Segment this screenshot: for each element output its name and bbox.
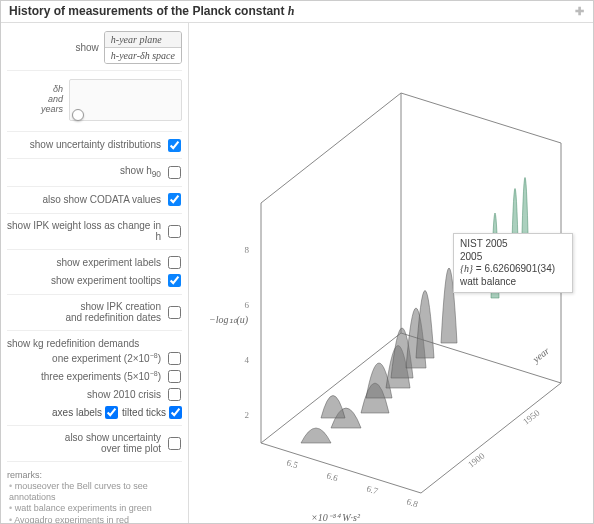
expand-icon[interactable]: ✚ bbox=[573, 5, 585, 17]
row-ipk-weightloss: show IPK weight loss as change in h bbox=[7, 218, 182, 245]
lbl-codata: also show CODATA values bbox=[7, 194, 161, 206]
remark-item: mouseover the Bell curves to see annotat… bbox=[9, 481, 182, 504]
dh-years-label: δhandyears bbox=[7, 85, 63, 115]
app-window: History of measurements of the Planck co… bbox=[0, 0, 594, 524]
row-exp-tooltips: show experiment tooltips bbox=[7, 272, 182, 290]
lbl-ipk-dates: show IPK creation and redefinition dates bbox=[7, 301, 161, 324]
lbl-axes-labels: axes labels bbox=[52, 407, 102, 418]
svg-text:4: 4 bbox=[245, 355, 250, 365]
x-axis-label: ×10⁻³⁴ W·s² bbox=[311, 512, 361, 523]
chk-codata[interactable] bbox=[168, 193, 181, 206]
seg-h-year-dh-space[interactable]: h-year-δh space bbox=[105, 48, 181, 63]
controls-panel: show h-year plane h-year-δh space δhandy… bbox=[1, 23, 189, 523]
svg-text:6.7: 6.7 bbox=[365, 483, 379, 496]
svg-text:6: 6 bbox=[245, 300, 250, 310]
lbl-three-exp: three experiments (5×10−8) bbox=[7, 370, 161, 383]
chk-exp-tooltips[interactable] bbox=[168, 274, 181, 287]
dh-years-slider[interactable] bbox=[69, 79, 182, 121]
row-ipk-dates: show IPK creation and redefinition dates bbox=[7, 299, 182, 326]
peaks-gray bbox=[301, 268, 457, 443]
titlebar: History of measurements of the Planck co… bbox=[1, 1, 593, 23]
remarks: remarks: mouseover the Bell curves to se… bbox=[7, 466, 182, 523]
lbl-tilted-ticks: tilted ticks bbox=[122, 407, 166, 418]
z-axis-label: −log₁₀(u) bbox=[209, 314, 249, 326]
svg-text:2: 2 bbox=[245, 410, 250, 420]
chk-three-exp[interactable] bbox=[168, 370, 181, 383]
chk-2010-crisis[interactable] bbox=[168, 388, 181, 401]
row-uncertainty-dist: show uncertainty distributions bbox=[7, 136, 182, 154]
chk-exp-labels[interactable] bbox=[168, 256, 181, 269]
slider-thumb-icon[interactable] bbox=[72, 109, 84, 121]
content: show h-year plane h-year-δh space δhandy… bbox=[1, 23, 593, 523]
svg-text:6.8: 6.8 bbox=[405, 496, 419, 509]
chk-one-exp[interactable] bbox=[168, 352, 181, 365]
y-axis-label: year bbox=[530, 345, 552, 365]
show-segmented[interactable]: h-year plane h-year-δh space bbox=[104, 31, 182, 64]
lbl-uncert-timeplot: also show uncertainty over time plot bbox=[7, 432, 161, 455]
lbl-exp-tooltips: show experiment tooltips bbox=[7, 275, 161, 287]
seg-h-year-plane[interactable]: h-year plane bbox=[105, 32, 181, 48]
row-2010-crisis: show 2010 crisis bbox=[7, 386, 182, 404]
lbl-ipk-weightloss: show IPK weight loss as change in h bbox=[7, 220, 161, 243]
tooltip-line1: NIST 2005 bbox=[460, 238, 566, 251]
tooltip-line4: watt balance bbox=[460, 276, 566, 289]
svg-text:1900: 1900 bbox=[466, 450, 487, 469]
show-segmented-row: show h-year plane h-year-δh space bbox=[7, 29, 182, 66]
lbl-h90: show h90 bbox=[7, 165, 161, 180]
row-h90: show h90 bbox=[7, 163, 182, 182]
svg-text:1950: 1950 bbox=[521, 407, 542, 426]
remark-item: watt balance experiments in green bbox=[9, 503, 182, 514]
show-label: show bbox=[7, 42, 99, 54]
chk-tilted-ticks[interactable] bbox=[169, 406, 182, 419]
tooltip-line3: {h} = 6.62606901(34) bbox=[460, 263, 566, 276]
section-kg-head: show kg redefinition demands bbox=[7, 335, 182, 350]
tooltip-line2: 2005 bbox=[460, 251, 566, 264]
lbl-2010-crisis: show 2010 crisis bbox=[7, 389, 161, 401]
plot-area: 2 4 6 8 −log₁₀(u) 6.5 6.6 6.7 6.8 ×10⁻³⁴… bbox=[189, 23, 593, 523]
remarks-head: remarks: bbox=[7, 470, 182, 481]
lbl-uncertainty-dist: show uncertainty distributions bbox=[7, 139, 161, 151]
chk-axes-labels[interactable] bbox=[105, 406, 118, 419]
lbl-one-exp: one experiment (2×10−8) bbox=[7, 352, 161, 365]
lbl-exp-labels: show experiment labels bbox=[7, 257, 161, 269]
data-tooltip: NIST 2005 2005 {h} = 6.62606901(34) watt… bbox=[453, 233, 573, 293]
chk-uncertainty-dist[interactable] bbox=[168, 139, 181, 152]
chk-uncert-timeplot[interactable] bbox=[168, 437, 181, 450]
row-axes-ticks: axes labels tilted ticks bbox=[7, 404, 182, 421]
row-codata: also show CODATA values bbox=[7, 191, 182, 209]
row-exp-labels: show experiment labels bbox=[7, 254, 182, 272]
svg-text:6.5: 6.5 bbox=[285, 457, 299, 470]
svg-text:8: 8 bbox=[245, 245, 250, 255]
dh-years-slider-row: δhandyears bbox=[7, 75, 182, 127]
chk-ipk-dates[interactable] bbox=[168, 306, 181, 319]
title-text: History of measurements of the Planck co… bbox=[9, 4, 294, 19]
chk-h90[interactable] bbox=[168, 166, 181, 179]
remark-item: Avogadro experiments in red bbox=[9, 515, 182, 523]
row-three-exp: three experiments (5×10−8) bbox=[7, 368, 182, 386]
chk-ipk-weightloss[interactable] bbox=[168, 225, 181, 238]
row-uncert-timeplot: also show uncertainty over time plot bbox=[7, 430, 182, 457]
svg-text:6.6: 6.6 bbox=[325, 470, 339, 483]
row-one-exp: one experiment (2×10−8) bbox=[7, 350, 182, 368]
